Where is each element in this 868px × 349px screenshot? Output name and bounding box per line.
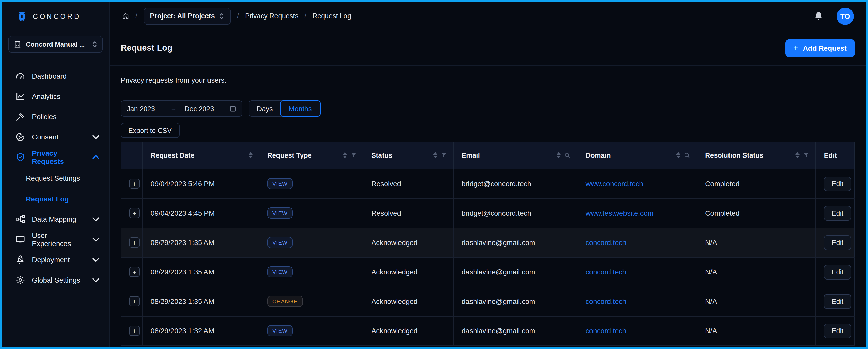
expand-cell: + (121, 257, 142, 287)
status-cell: Acknowledged (363, 228, 453, 257)
sort-icon[interactable] (796, 152, 800, 159)
table-row: + 08/29/2023 1:35 AM VIEW Acknowledged d… (121, 228, 855, 257)
sort-icon[interactable] (676, 152, 680, 159)
search-icon[interactable] (684, 152, 690, 159)
col-request-type[interactable]: Request Type (259, 142, 363, 169)
resolution-status-cell: Completed (697, 198, 816, 228)
sidebar-item-privacy-requests[interactable]: Privacy Requests (2, 147, 109, 167)
col-email[interactable]: Email (453, 142, 577, 169)
edit-button[interactable]: Edit (824, 176, 851, 191)
sidebar-item-label: Policies (32, 113, 57, 121)
sidebar-item-dashboard[interactable]: Dashboard (2, 66, 109, 86)
col-domain[interactable]: Domain (577, 142, 697, 169)
sidebar-item-analytics[interactable]: Analytics (2, 86, 109, 106)
edit-button[interactable]: Edit (824, 206, 851, 220)
updown-chevrons-icon (92, 40, 97, 48)
chevron-down-icon (91, 234, 101, 245)
edit-button[interactable]: Edit (824, 294, 851, 309)
resolution-status-cell: N/A (697, 287, 816, 316)
column-label: Request Type (267, 152, 312, 159)
domain-link[interactable]: concord.tech (586, 327, 626, 335)
sidebar-item-label: Deployment (32, 256, 70, 264)
project-selector[interactable]: Project: All Projects (143, 7, 231, 25)
column-label: Status (371, 152, 393, 159)
email-cell: dashlavine@gmail.com (453, 316, 577, 345)
edit-button[interactable]: Edit (824, 264, 851, 279)
sort-icon[interactable] (557, 152, 561, 159)
request-type-badge: VIEW (267, 208, 293, 219)
interval-toggle: Days Months (249, 100, 321, 117)
expand-row-button[interactable]: + (129, 179, 140, 189)
toggle-days-button[interactable]: Days (249, 101, 281, 116)
sidebar-item-data-mapping[interactable]: Data Mapping (2, 209, 109, 229)
col-request-date[interactable]: Request Date (142, 142, 259, 169)
col-resolution-status[interactable]: Resolution Status (697, 142, 816, 169)
edit-button[interactable]: Edit (824, 235, 851, 250)
domain-link[interactable]: concord.tech (586, 239, 626, 247)
date-range-picker[interactable]: Jan 2023 → Dec 2023 (121, 100, 243, 117)
notifications-bell-icon[interactable] (814, 11, 824, 21)
edit-button[interactable]: Edit (824, 323, 851, 338)
edit-cell: Edit (816, 257, 855, 287)
filter-row: Jan 2023 → Dec 2023 Days Months (121, 100, 855, 117)
request-date-cell: 08/29/2023 1:35 AM (142, 228, 259, 257)
resolution-status-cell: Completed (697, 169, 816, 198)
sidebar-nav: Dashboard Analytics Policies Cons (2, 66, 109, 290)
toggle-months-button[interactable]: Months (280, 100, 321, 117)
home-icon[interactable] (122, 12, 129, 20)
breadcrumb-privacy-requests[interactable]: Privacy Requests (245, 12, 298, 20)
request-type-badge: VIEW (267, 266, 293, 278)
workspace-selector[interactable]: Concord Manual ... (8, 35, 103, 53)
request-type-cell: VIEW (259, 316, 363, 345)
sort-icon[interactable] (249, 152, 253, 159)
domain-link[interactable]: www.concord.tech (586, 180, 643, 188)
user-avatar[interactable]: TO (837, 7, 854, 25)
request-type-badge: VIEW (267, 237, 293, 248)
table-row: + 08/29/2023 1:35 AM CHANGE Acknowledged… (121, 287, 855, 316)
page-description: Privacy requests from your users. (121, 76, 855, 84)
column-label: Resolution Status (705, 152, 764, 159)
edit-cell: Edit (816, 169, 855, 198)
edit-cell: Edit (816, 228, 855, 257)
date-start-value[interactable]: Jan 2023 (127, 105, 170, 113)
sidebar-item-deployment[interactable]: Deployment (2, 250, 109, 270)
domain-link[interactable]: concord.tech (586, 268, 626, 276)
sort-icon[interactable] (433, 152, 437, 159)
expand-row-button[interactable]: + (129, 237, 140, 248)
sort-icon[interactable] (343, 152, 347, 159)
domain-cell: concord.tech (577, 257, 697, 287)
filter-icon[interactable] (803, 152, 809, 159)
add-request-button[interactable]: + Add Request (785, 39, 855, 57)
sidebar-item-policies[interactable]: Policies (2, 106, 109, 127)
date-end-value[interactable]: Dec 2023 (185, 105, 214, 113)
resolution-status-cell: N/A (697, 257, 816, 287)
domain-cell: concord.tech (577, 287, 697, 316)
filter-icon[interactable] (350, 152, 356, 159)
expand-row-button[interactable]: + (129, 267, 140, 277)
column-label: Edit (824, 152, 837, 159)
column-label: Domain (586, 152, 611, 159)
sidebar-subitem-request-log[interactable]: Request Log (2, 188, 109, 209)
column-label: Email (462, 152, 480, 159)
request-type-cell: VIEW (259, 228, 363, 257)
sidebar-item-consent[interactable]: Consent (2, 127, 109, 147)
export-csv-button[interactable]: Export to CSV (121, 123, 179, 138)
domain-link[interactable]: concord.tech (586, 297, 626, 305)
search-icon[interactable] (564, 152, 571, 159)
expand-row-button[interactable]: + (129, 326, 140, 336)
page-title-row: Request Log + Add Request (110, 30, 866, 66)
request-date-cell: 08/29/2023 1:35 AM (142, 257, 259, 287)
table-header: Request Date Request Type Status (121, 142, 855, 169)
sidebar-item-label: Consent (32, 133, 58, 141)
email-cell: bridget@concord.tech (453, 198, 577, 228)
filter-icon[interactable] (441, 152, 447, 159)
sidebar-item-user-experiences[interactable]: User Experiences (2, 229, 109, 250)
expand-row-button[interactable]: + (129, 208, 140, 218)
sidebar-subitem-request-settings[interactable]: Request Settings (2, 167, 109, 188)
domain-link[interactable]: www.testwebsite.com (586, 209, 654, 217)
column-label: Request Date (151, 152, 194, 159)
sidebar-item-global-settings[interactable]: Global Settings (2, 270, 109, 290)
expand-cell: + (121, 169, 142, 198)
col-status[interactable]: Status (363, 142, 453, 169)
expand-row-button[interactable]: + (129, 296, 140, 307)
